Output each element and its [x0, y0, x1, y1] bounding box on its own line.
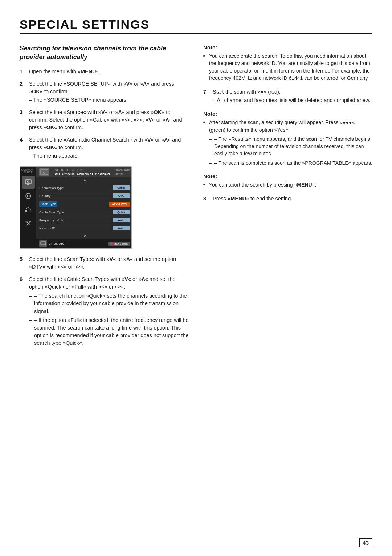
tv-menu-row-scantype: Scan Type ATV & DTV — [39, 200, 130, 208]
step-1-content: Open the menu with »MENU«. — [29, 68, 189, 75]
svg-rect-2 — [26, 185, 30, 185]
start-search-dot — [110, 242, 113, 245]
svg-rect-16 — [42, 245, 44, 246]
note-2-sub-list: – The »Results« menu appears, and the sc… — [209, 135, 372, 167]
step-2-content: Select the line »SOURCE SETUP« with »V« … — [29, 80, 189, 104]
page-number: 43 — [359, 538, 372, 547]
tv-header-logo — [39, 168, 49, 176]
tv-start-search-btn[interactable]: Start Search — [108, 242, 130, 246]
steps-list-bottom: 5 Select the line »Scan Type« with »V« o… — [20, 255, 189, 348]
step-4-num: 4 — [20, 136, 28, 144]
note-3-title: Note: — [203, 173, 372, 179]
step-8: 8 Press »MENU« to end the setting. — [203, 195, 372, 203]
step-5-content: Select the line »Scan Type« with »V« or … — [29, 255, 189, 271]
tv-row-label-frequency: Frequency (MHz) — [39, 218, 65, 222]
note-box-1: Note: You can accelerate the search. To … — [203, 44, 372, 82]
step-7: 7 Start the scan with »●« (red). – All c… — [203, 88, 372, 104]
step-7-num: 7 — [203, 88, 211, 96]
step-3-num: 3 — [20, 109, 28, 116]
step-3-content: Select the line »Source« with »V« or »Λ«… — [29, 109, 189, 131]
step-5-num: 5 — [20, 255, 28, 263]
tv-row-label-country: Country — [39, 194, 51, 198]
tv-row-value-networkid: Auto — [113, 226, 130, 230]
step-6-num: 6 — [20, 275, 28, 283]
svg-point-3 — [28, 181, 29, 183]
note-3-item-1: You can abort the search by pressing »ME… — [203, 181, 372, 188]
step-7-list: 7 Start the scan with »●« (red). – All c… — [203, 88, 372, 104]
steps-list-top: 1 Open the menu with »MENU«. 2 Select th… — [20, 68, 189, 160]
tv-sidebar-icon-2 — [22, 189, 35, 203]
step-4-sub: – The menu appears. — [29, 152, 189, 160]
tv-menu-row-cablescan: Cable Scan Type Quick — [39, 208, 130, 216]
tv-header: SOURCE SETUP AUTOMATIC CHANNEL SEARCH 20… — [36, 167, 132, 177]
tv-footer: GRUNDIG Start Search — [36, 239, 132, 248]
note-3-list: You can abort the search by pressing »ME… — [203, 181, 372, 188]
tv-source-label: SOURCE SETUP — [55, 168, 110, 172]
tv-footer-icon — [39, 240, 47, 247]
step-4: 4 Select the line »Automatic Channel Sea… — [20, 136, 189, 160]
tv-row-label-scantype: Scan Type — [39, 201, 57, 207]
tv-sidebar-icon-4 — [22, 217, 35, 230]
tv-row-value-scantype: ATV & DTV — [109, 202, 130, 207]
tv-menu-row-country: Country U.K. — [39, 192, 130, 200]
tv-sidebar-comfort-label: COMFORTGUIDE — [21, 168, 36, 173]
svg-point-14 — [44, 172, 45, 174]
note-box-3: Note: You can abort the search by pressi… — [203, 173, 372, 188]
page-container: SPECIAL SETTINGS Searching for televisio… — [0, 0, 392, 556]
tv-scroll-up: ∧ — [36, 177, 132, 183]
step-2: 2 Select the line »SOURCE SETUP« with »V… — [20, 80, 189, 104]
svg-rect-1 — [27, 184, 29, 185]
tv-header-datetime: 20.09.2010 16:46 — [115, 169, 130, 175]
tv-sidebar-icon-3 — [22, 203, 35, 216]
tv-date: 20.09.2010 — [115, 169, 130, 172]
tv-time: 16:46 — [115, 172, 123, 175]
step-8-content: Press »MENU« to end the setting. — [213, 195, 372, 203]
step-1: 1 Open the menu with »MENU«. — [20, 68, 189, 75]
step-7-sub: – All channel and favourites lists will … — [213, 97, 372, 104]
tv-header-left: SOURCE SETUP AUTOMATIC CHANNEL SEARCH — [55, 168, 110, 176]
start-search-label: Start Search — [114, 242, 128, 245]
step-1-num: 1 — [20, 68, 28, 75]
left-column: Searching for television channels from t… — [20, 44, 189, 355]
tv-row-value-country: U.K. — [113, 193, 130, 198]
step-6-content: Select the line »Cable Scan Type« with »… — [29, 275, 189, 348]
step-8-list: 8 Press »MENU« to end the setting. — [203, 195, 372, 203]
step-6: 6 Select the line »Cable Scan Type« with… — [20, 275, 189, 348]
tv-row-value-connection: Cabel — [113, 185, 130, 190]
tv-wrap: COMFORTGUIDE — [20, 167, 132, 248]
tv-sidebar-icon-1 — [22, 176, 35, 189]
step-6-sub-1: – The search function »Quick« sets the c… — [29, 292, 189, 315]
note-2-item-1: After starting the scan, a security quer… — [203, 119, 372, 167]
note-2-title: Note: — [203, 111, 372, 117]
step-4-content: Select the line »Automatic Channel Searc… — [29, 136, 189, 160]
step-2-sub: – The »SOURCE SETUP« menu appears. — [29, 96, 189, 104]
tv-menu-rows: Connection Type Cabel Country U.K. Scan … — [36, 183, 132, 233]
right-column: Note: You can accelerate the search. To … — [203, 44, 372, 355]
note-2-list: After starting the scan, a security quer… — [203, 119, 372, 167]
step-6-subs: – The search function »Quick« sets the c… — [29, 292, 189, 347]
step-5: 5 Select the line »Scan Type« with »V« o… — [20, 255, 189, 271]
svg-point-5 — [27, 195, 29, 197]
note-1-title: Note: — [203, 44, 372, 50]
tv-channel-label: AUTOMATIC CHANNEL SEARCH — [55, 172, 110, 176]
step-2-num: 2 — [20, 80, 28, 88]
tv-row-value-frequency: Auto — [113, 218, 130, 222]
tv-brand-label: GRUNDIG — [49, 242, 65, 245]
tv-row-label-cablescan: Cable Scan Type — [39, 210, 64, 214]
tv-screen: COMFORTGUIDE — [20, 166, 132, 249]
tv-main-area: SOURCE SETUP AUTOMATIC CHANNEL SEARCH 20… — [36, 167, 132, 248]
section-heading: Searching for television channels from t… — [20, 44, 189, 61]
note-1-list: You can accelerate the search. To do thi… — [203, 52, 372, 82]
tv-scroll-down: ∨ — [36, 233, 132, 239]
note-box-2: Note: After starting the scan, a securit… — [203, 111, 372, 167]
two-col-layout: Searching for television channels from t… — [20, 44, 372, 355]
step-8-num: 8 — [203, 195, 211, 203]
tv-row-label-networkid: Network ID — [39, 226, 56, 230]
tv-menu-row-connection: Connection Type Cabel — [39, 184, 130, 192]
step-7-content: Start the scan with »●« (red). – All cha… — [213, 88, 372, 104]
note-2-sub-2: – The scan is complete as soon as the »P… — [209, 159, 372, 167]
svg-rect-15 — [41, 242, 46, 245]
tv-menu-row-frequency: Frequency (MHz) Auto — [39, 216, 130, 224]
svg-point-4 — [26, 193, 31, 199]
note-2-sub-1: – The »Results« menu appears, and the sc… — [209, 135, 372, 158]
